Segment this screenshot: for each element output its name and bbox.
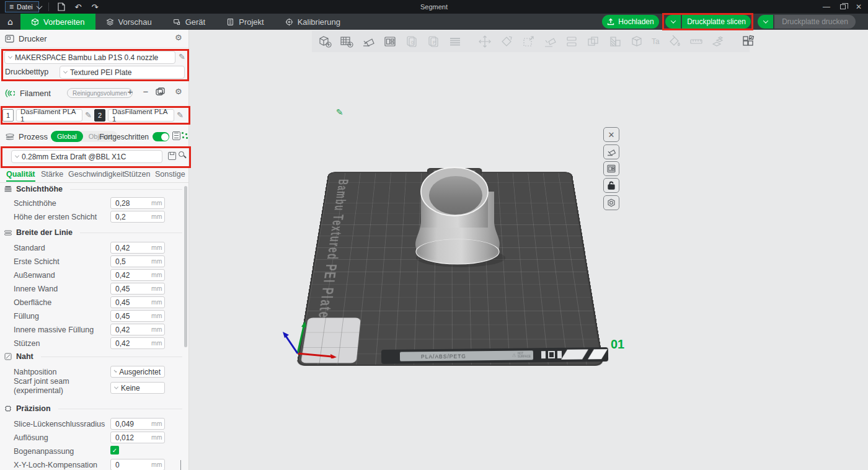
merge-objects-icon[interactable] <box>587 34 600 49</box>
filament-slot-1-badge[interactable]: 1 <box>2 109 14 122</box>
add-filament-button[interactable]: + <box>125 86 135 97</box>
layers-icon[interactable] <box>448 34 462 49</box>
chevron-down-icon <box>15 154 19 158</box>
save-preset-icon[interactable] <box>168 152 176 160</box>
auto-orient-icon[interactable] <box>361 34 375 49</box>
edit-filament-1-icon[interactable]: ✎ <box>85 110 92 120</box>
titlebar: ≡ Datei ↶ ↷ Segment — ✕ <box>0 0 868 14</box>
process-preset-select[interactable]: 0.28mm Extra Draft @BBL X1C <box>11 150 162 163</box>
preview-icon <box>106 18 114 26</box>
bambu-logo-icon <box>385 352 390 357</box>
close-button[interactable]: ✕ <box>851 0 867 14</box>
arrange-icon[interactable] <box>383 34 397 49</box>
seam-position-select[interactable]: Ausgerichtet <box>110 366 165 378</box>
param-label: Bogenanpassung <box>14 445 74 458</box>
viewport-3d[interactable]: 0 P Ta Bambu Textured PEI Plate <box>189 30 868 470</box>
edit-printer-icon[interactable]: ✎ <box>179 52 185 61</box>
printer-section-title: Drucker <box>19 34 47 43</box>
fill-solid-icon[interactable] <box>608 34 622 49</box>
add-plate-icon[interactable] <box>340 34 353 49</box>
cut-icon[interactable] <box>630 34 644 49</box>
home-tab[interactable]: ⌂ <box>0 14 20 30</box>
param-label: Stützen <box>14 337 40 350</box>
lay-on-face-icon[interactable] <box>543 34 557 49</box>
tab-staerke[interactable]: Stärke <box>41 170 63 179</box>
settings-sidebar: Drucker ⚙ MAKERSPACE Bambu Lab P1S 0.4 n… <box>0 30 189 470</box>
tab-projekt[interactable]: Projekt <box>216 14 274 30</box>
print-plate-button[interactable]: Druckplatte drucken <box>774 15 856 29</box>
remove-filament-button[interactable]: − <box>141 86 151 97</box>
filament-slot-1-name[interactable]: DasFilament PLA 1 <box>16 109 82 122</box>
split-to-objects-icon[interactable] <box>741 34 755 49</box>
restore-button[interactable] <box>835 0 851 14</box>
edit-filament-2-icon[interactable]: ✎ <box>177 110 184 120</box>
window-title: Segment <box>0 0 868 14</box>
unit-label: mm <box>151 242 164 254</box>
scarf-seam-select[interactable]: Keine <box>110 382 165 394</box>
parameter-list-icon[interactable] <box>172 131 180 140</box>
slice-dropdown-button[interactable] <box>665 15 681 29</box>
assembly-icon[interactable] <box>711 34 725 49</box>
tab-qualitaet[interactable]: Qualität <box>6 170 35 182</box>
model-object[interactable] <box>410 157 515 272</box>
move-icon[interactable] <box>478 34 492 49</box>
tab-vorbereiten[interactable]: Vorbereiten <box>20 14 95 30</box>
param-label: Oberfläche <box>14 296 51 309</box>
process-section-title: Prozess <box>19 132 48 141</box>
split-horizontal-icon[interactable] <box>565 34 578 49</box>
printer-settings-gear-icon[interactable]: ⚙ <box>175 33 182 42</box>
text-tool-icon[interactable]: Ta <box>652 34 660 49</box>
tab-geschwindigkeit[interactable]: Geschwindigkeit <box>68 170 125 179</box>
scroll-down-arrow[interactable] <box>180 460 181 470</box>
compare-presets-icon[interactable] <box>182 132 188 139</box>
advanced-toggle[interactable] <box>153 132 169 141</box>
auto-orient-plate-button[interactable] <box>603 144 619 159</box>
tab-sonstige[interactable]: Sonstige <box>155 170 185 179</box>
scrollbar-thumb[interactable] <box>184 186 187 347</box>
add-object-icon[interactable] <box>318 34 332 49</box>
scale-icon[interactable] <box>521 34 535 49</box>
minimize-button[interactable]: — <box>818 0 835 14</box>
lock-plate-button[interactable] <box>603 178 619 193</box>
chevron-down-icon <box>114 385 118 389</box>
filament-section-title: Filament <box>20 89 51 98</box>
upload-button[interactable]: Hochladen <box>602 15 659 29</box>
arc-fitting-checkbox[interactable]: ✓ <box>110 446 119 454</box>
paint-tool-icon[interactable] <box>668 34 681 49</box>
printer-preset-select[interactable]: MAKERSPACE Bambu Lab P1S 0.4 nozzle <box>4 51 175 64</box>
origin-axes <box>270 314 344 358</box>
plate-material-label: PLA/ABS/PETG ⚠ HOTSURFACE <box>400 350 533 361</box>
slice-plate-button[interactable]: Druckplatte slicen <box>682 15 751 29</box>
ams-sync-icon[interactable] <box>156 87 166 96</box>
tab-vorschau[interactable]: Vorschau <box>95 14 162 30</box>
print-dropdown-button[interactable] <box>758 15 773 29</box>
filament-icon <box>5 89 15 98</box>
split-plate-zero-icon[interactable]: 0 <box>405 34 418 49</box>
plate-edit-pencil-icon[interactable]: ✎ <box>336 107 343 117</box>
rotate-icon[interactable] <box>500 34 513 49</box>
tab-kalibrierung[interactable]: Kalibrierung <box>275 14 351 30</box>
unit-label: mm <box>151 310 164 322</box>
filament-slot-2-badge[interactable]: 2 <box>94 109 105 122</box>
scope-global[interactable]: Global <box>51 131 83 142</box>
delete-plate-button[interactable]: ✕ <box>603 127 619 142</box>
filament-settings-gear-icon[interactable]: ⚙ <box>175 87 182 95</box>
corner-marker <box>561 349 588 359</box>
measure-icon[interactable] <box>689 34 703 49</box>
param-label: Füllung <box>14 310 39 322</box>
param-label: Höhe der ersten Schicht <box>14 211 97 223</box>
plate-front-strip: PLA/ABS/PETG ⚠ HOTSURFACE <box>381 347 608 364</box>
plate-settings-button[interactable] <box>603 195 619 210</box>
chevron-down-icon <box>8 55 12 59</box>
bed-type-select[interactable]: Textured PEI Plate <box>60 66 185 79</box>
unit-label: mm <box>151 211 164 223</box>
split-plate-p-icon[interactable]: P <box>427 34 440 49</box>
tab-stuetzen[interactable]: Stützen <box>124 170 150 179</box>
upload-icon <box>607 18 614 25</box>
search-preset-icon[interactable] <box>179 151 184 157</box>
flushing-volumes-button[interactable]: Reinigungsvolumen <box>67 88 133 98</box>
chevron-down-icon <box>114 370 117 373</box>
tab-geraet[interactable]: Gerät <box>162 14 216 30</box>
arrange-plate-button[interactable] <box>603 161 619 176</box>
filament-slot-2-name[interactable]: DasFilament PLA 1 <box>108 109 174 122</box>
